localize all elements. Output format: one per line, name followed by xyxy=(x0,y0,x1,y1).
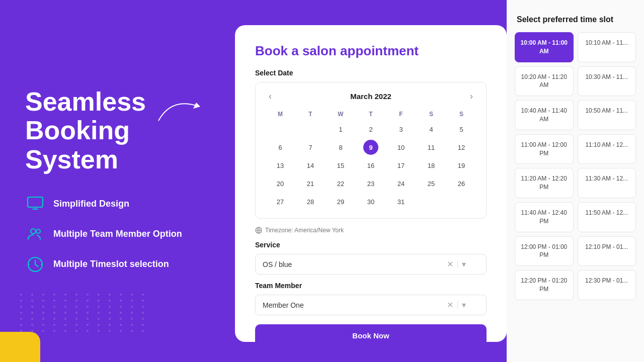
calendar-day xyxy=(454,194,469,209)
arrow-decoration xyxy=(156,96,206,128)
calendar-day[interactable]: 6 xyxy=(273,140,288,155)
time-slot-s12[interactable]: 11:50 AM - 12... xyxy=(578,202,636,232)
calendar-day-header: T xyxy=(356,109,385,120)
calendar-day[interactable]: 9 xyxy=(363,140,378,155)
team-member-value: Member One xyxy=(263,301,447,309)
calendar-day[interactable]: 16 xyxy=(363,158,378,173)
calendar-day[interactable]: 23 xyxy=(363,176,378,191)
time-slot-s4[interactable]: 10:30 AM - 11... xyxy=(578,66,636,97)
book-now-button[interactable]: Book Now xyxy=(255,324,487,342)
svg-line-8 xyxy=(35,264,38,266)
select-divider xyxy=(457,260,458,268)
team-member-chevron-icon: ▾ xyxy=(462,300,466,310)
time-slot-s7[interactable]: 11:00 AM - 12:00 PM xyxy=(515,134,574,164)
calendar-day[interactable]: 24 xyxy=(393,176,409,191)
time-slot-s3[interactable]: 10:20 AM - 11:20 AM xyxy=(515,66,574,97)
time-slot-s11[interactable]: 11:40 AM - 12:40 PM xyxy=(515,202,574,232)
time-slot-s14[interactable]: 12:10 PM - 01... xyxy=(578,236,636,266)
calendar-day[interactable]: 7 xyxy=(303,140,318,155)
feature-timeslot: Multiple Timeslot selection xyxy=(25,254,211,275)
calendar-day-header: T xyxy=(296,109,325,120)
calendar-day[interactable]: 14 xyxy=(303,158,318,173)
globe-icon xyxy=(255,227,262,234)
clock-icon xyxy=(25,254,45,275)
calendar-day[interactable]: 22 xyxy=(333,176,348,191)
calendar-day[interactable]: 2 xyxy=(363,122,378,137)
calendar-day[interactable]: 4 xyxy=(424,122,439,137)
calendar-day[interactable]: 13 xyxy=(273,158,288,173)
calendar-day-header: F xyxy=(386,109,416,120)
time-slots-grid: 10:00 AM - 11:00 AM10:10 AM - 11...10:20… xyxy=(515,32,636,300)
team-member-label: Team Member xyxy=(255,282,487,290)
service-select-actions: ✕ ▾ xyxy=(447,259,466,269)
team-member-select[interactable]: Member One ✕ ▾ xyxy=(255,295,487,315)
calendar-month-year: March 2022 xyxy=(350,92,391,101)
left-panel: Seamless Booking System Simplified Desig… xyxy=(0,0,236,362)
calendar-day[interactable]: 26 xyxy=(454,176,469,191)
svg-point-9 xyxy=(28,263,30,265)
calendar-prev-button[interactable]: ‹ xyxy=(266,90,275,102)
service-clear-icon[interactable]: ✕ xyxy=(447,259,453,269)
service-group: Service OS / blue ✕ ▾ xyxy=(255,241,487,275)
calendar-day[interactable]: 10 xyxy=(393,140,409,155)
time-panel: Select preferred time slot 10:00 AM - 11… xyxy=(507,0,644,362)
calendar-day-header: M xyxy=(266,109,295,120)
calendar-day[interactable]: 3 xyxy=(393,122,409,137)
timezone-label: Timezone: America/New York xyxy=(265,227,344,234)
calendar-day[interactable]: 19 xyxy=(454,158,469,173)
booking-card: Book a salon appointment Select Date ‹ M… xyxy=(235,25,507,342)
calendar-day[interactable]: 25 xyxy=(424,176,439,191)
calendar-day[interactable]: 1 xyxy=(333,122,348,137)
time-slot-s10[interactable]: 11:30 AM - 12... xyxy=(578,168,636,198)
team-member-clear-icon[interactable]: ✕ xyxy=(447,300,453,310)
calendar-day-header: W xyxy=(326,109,355,120)
calendar-header: ‹ March 2022 › xyxy=(266,90,476,102)
calendar-next-button[interactable]: › xyxy=(467,90,476,102)
timezone-row: Timezone: America/New York xyxy=(255,227,487,234)
calendar-day[interactable]: 30 xyxy=(363,194,378,209)
time-slot-s6[interactable]: 10:50 AM - 11... xyxy=(578,100,636,130)
time-slot-s16[interactable]: 12:30 PM - 01... xyxy=(578,270,636,300)
time-slot-s9[interactable]: 11:20 AM - 12:20 PM xyxy=(515,168,574,198)
time-slot-s13[interactable]: 12:00 PM - 01:00 PM xyxy=(515,236,574,266)
feature-team: Multiple Team Member Option xyxy=(25,224,211,244)
monitor-icon xyxy=(25,194,45,214)
calendar-day[interactable]: 18 xyxy=(424,158,439,173)
calendar-day-header: S xyxy=(447,109,476,120)
service-label: Service xyxy=(255,241,487,249)
card-title: Book a salon appointment xyxy=(255,43,487,59)
calendar-grid: MTWTFSS123456789101112131415161718192021… xyxy=(266,109,476,210)
calendar-day[interactable]: 28 xyxy=(303,194,318,209)
time-slot-s1[interactable]: 10:00 AM - 11:00 AM xyxy=(515,32,574,62)
feature-team-label: Multiple Team Member Option xyxy=(53,229,182,239)
calendar-day[interactable]: 29 xyxy=(333,194,348,209)
svg-rect-1 xyxy=(28,197,43,207)
calendar-day[interactable]: 8 xyxy=(333,140,348,155)
calendar-day[interactable]: 11 xyxy=(424,140,439,155)
time-panel-title: Select preferred time slot xyxy=(515,15,636,24)
calendar-day xyxy=(303,122,318,137)
calendar-day[interactable]: 15 xyxy=(333,158,348,173)
calendar-day-header: S xyxy=(417,109,446,120)
select-divider-2 xyxy=(457,301,458,309)
svg-point-5 xyxy=(36,229,40,233)
team-member-select-actions: ✕ ▾ xyxy=(447,300,466,310)
time-slot-s2[interactable]: 10:10 AM - 11... xyxy=(578,32,636,62)
calendar-day[interactable]: 21 xyxy=(303,176,318,191)
time-slot-s15[interactable]: 12:20 PM - 01:20 PM xyxy=(515,270,574,300)
calendar-day[interactable]: 5 xyxy=(454,122,469,137)
calendar-day xyxy=(273,122,288,137)
feature-simplified-label: Simplified Design xyxy=(53,199,129,209)
feature-timeslot-label: Multiple Timeslot selection xyxy=(53,259,169,269)
calendar-day[interactable]: 31 xyxy=(393,194,409,209)
calendar-day[interactable]: 27 xyxy=(273,194,288,209)
time-slot-s8[interactable]: 11:10 AM - 12... xyxy=(578,134,636,164)
calendar-day[interactable]: 12 xyxy=(454,140,469,155)
select-date-label: Select Date xyxy=(255,69,487,77)
service-value: OS / blue xyxy=(263,260,447,268)
time-slot-s5[interactable]: 10:40 AM - 11:40 AM xyxy=(515,100,574,130)
calendar-day[interactable]: 17 xyxy=(393,158,409,173)
svg-marker-0 xyxy=(193,103,200,109)
calendar-day[interactable]: 20 xyxy=(273,176,288,191)
service-select[interactable]: OS / blue ✕ ▾ xyxy=(255,254,487,275)
